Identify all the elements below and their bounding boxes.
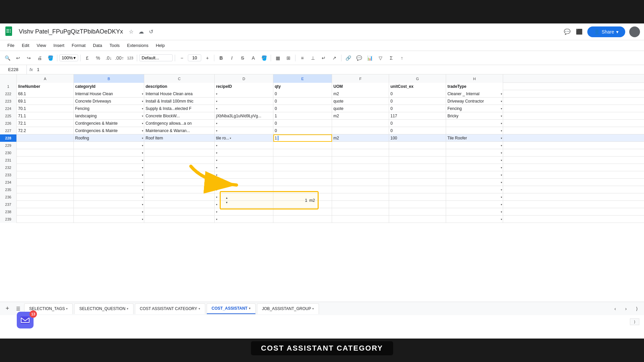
cell-c228[interactable]: Roof Item [144,134,215,142]
cell-g222[interactable]: 0 [389,90,446,98]
formula-content[interactable]: 1 [36,67,41,72]
cell-g223[interactable]: 0 [389,98,446,105]
comment-btn[interactable]: 💬 [354,53,364,63]
cell-d224[interactable]: ▾ [215,105,273,112]
align-btn[interactable]: ≡ [298,53,307,63]
menu-view[interactable]: View [33,42,49,49]
collapse-btn[interactable]: ↑ [397,53,407,63]
cell-c226[interactable]: Contingency allowa...a on [144,120,215,127]
cell-h229[interactable]: ▾ [446,142,503,149]
cell-e227[interactable]: 0 [273,127,332,134]
cell-a235[interactable] [17,186,74,193]
merge-btn[interactable]: ⊞ [284,53,293,63]
cell-c239[interactable] [144,216,215,223]
cell-h232[interactable]: ▾ [446,164,503,171]
menu-help[interactable]: Help [152,42,168,49]
cell-h230[interactable]: ▾ [446,149,503,157]
cell-e225[interactable]: 1 [273,112,332,120]
cell-h227[interactable]: ▾ [446,127,503,134]
currency-btn[interactable]: £ [83,53,92,63]
tab-job-assistant-group[interactable]: JOB_ASSISTANT_GROUP ▾ [257,303,319,314]
cell-e229[interactable] [273,142,332,149]
cell-h236[interactable]: ▾ [446,193,503,201]
col-header-c[interactable]: C [144,74,215,83]
cell-d225[interactable]: jXbNba3Lg1uNId9LyVg... [215,112,273,120]
cell-a234[interactable] [17,179,74,186]
tab-dropdown-cost-assistant[interactable]: ▾ [249,307,251,310]
cell-h224[interactable]: Fencing▾ [446,105,503,112]
menu-tools[interactable]: Tools [106,42,123,49]
cell-b239[interactable]: ▾ [74,216,144,223]
rotate-btn[interactable]: ↗ [330,53,339,63]
cloud-icon[interactable]: ☁ [137,28,145,36]
menu-data[interactable]: Data [90,42,105,49]
header-cell-c[interactable]: description [144,83,215,90]
cell-d236[interactable]: ▾ [215,193,273,201]
fill-color-btn[interactable]: 🪣 [259,53,269,63]
history-icon[interactable]: ↺ [147,28,155,36]
cell-d223[interactable]: ▾ [215,98,273,105]
col-header-g[interactable]: G [389,74,446,83]
tab-nav-prev[interactable]: ‹ [610,304,620,313]
cell-d233[interactable]: ▾ [215,171,273,179]
cell-c223[interactable]: Install & Install 100mm thic [144,98,215,105]
cell-h222[interactable]: Cleaner _ Internal▾ [446,90,503,98]
cell-a227[interactable]: 72.2 [17,127,74,134]
menu-format[interactable]: Format [68,42,89,49]
cell-f223[interactable]: quote [332,98,389,105]
wrap-btn[interactable]: ↵ [319,53,328,63]
cell-c233[interactable] [144,171,215,179]
cell-b226[interactable]: Contingencies & Mainte▾ [74,120,144,127]
cell-g236[interactable] [389,193,446,201]
cell-c232[interactable] [144,164,215,171]
cell-d226[interactable]: ▾ [215,120,273,127]
cell-h239[interactable]: ▾ [446,216,503,223]
menu-edit[interactable]: Edit [18,42,33,49]
decimal-up-btn[interactable]: .00↑ [115,53,124,63]
cell-c229[interactable] [144,142,215,149]
cell-c234[interactable] [144,179,215,186]
cell-f226[interactable] [332,120,389,127]
cell-f236[interactable] [332,193,389,201]
mail-app-icon[interactable]: 13 [17,312,37,332]
cell-b223[interactable]: Concrete Driveways▾ [74,98,144,105]
present-icon[interactable]: ⬛ [575,28,583,36]
cell-d239[interactable]: ▾ [215,216,273,223]
cell-e236[interactable] [273,193,332,201]
cell-c222[interactable]: Internal House Clean area [144,90,215,98]
tab-cost-assistant-category[interactable]: COST ASSISTANT CATEGORY ▾ [135,303,205,314]
cell-d238[interactable]: ▾ [215,208,273,216]
cell-b230[interactable]: ▾ [74,149,144,157]
cell-g226[interactable]: 0 [389,120,446,127]
zoom-control[interactable]: 100% ▾ [59,54,78,61]
cell-b227[interactable]: Contingencies & Mainte▾ [74,127,144,134]
cell-h237[interactable]: ▾ [446,201,503,208]
cell-e231[interactable] [273,157,332,164]
col-header-h[interactable]: H [446,74,503,83]
cell-f235[interactable] [332,186,389,193]
cell-b238[interactable]: ▾ [74,208,144,216]
col-header-a[interactable]: A [17,74,74,83]
cell-b224[interactable]: Fencing▾ [74,105,144,112]
cell-g237[interactable] [389,201,446,208]
cell-g227[interactable]: 0 [389,127,446,134]
functions-btn[interactable]: Σ [386,53,396,63]
tab-nav-next[interactable]: › [621,304,631,313]
bold-btn[interactable]: B [216,53,226,63]
cell-b225[interactable]: landscaping▾ [74,112,144,120]
cell-c231[interactable] [144,157,215,164]
cell-g232[interactable] [389,164,446,171]
cell-e232[interactable] [273,164,332,171]
cell-c224[interactable]: Supply & Insta...elected F [144,105,215,112]
cell-h233[interactable]: ▾ [446,171,503,179]
header-cell-a[interactable]: lineNumber [17,83,74,90]
cell-d222[interactable]: ▾ [215,90,273,98]
cell-b222[interactable]: Internal House Clean▾ [74,90,144,98]
cell-g224[interactable]: 0 [389,105,446,112]
cell-e238[interactable] [273,208,332,216]
cell-a238[interactable] [17,208,74,216]
cell-d235[interactable]: ▾ [215,186,273,193]
cell-a228[interactable] [17,134,74,142]
cell-c225[interactable]: Concrete BlockW... [144,112,215,120]
expand-columns-btn[interactable]: ⟩ [630,318,639,325]
